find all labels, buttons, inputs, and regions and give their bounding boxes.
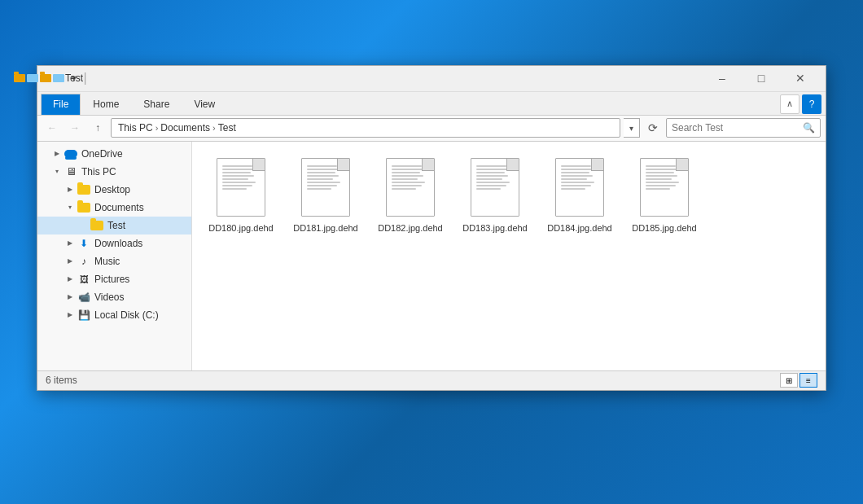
music-icon: ♪ [77, 255, 91, 268]
local-disk-icon: 💾 [77, 309, 91, 322]
view-grid-button[interactable]: ⊞ [780, 373, 798, 388]
sidebar-label-local-disk: Local Disk (C:) [94, 309, 159, 321]
onedrive-icon [64, 147, 78, 160]
tab-view[interactable]: View [182, 94, 227, 115]
sidebar-item-videos[interactable]: ▶ 📹 Videos [37, 288, 191, 306]
file-icon-wrapper-1 [296, 155, 355, 220]
sidebar-label-test: Test [107, 220, 125, 231]
ribbon: File Home Share View ∧ ? [37, 92, 826, 116]
sidebar-label-pictures: Pictures [94, 274, 129, 285]
expand-arrow-desktop: ▶ [64, 183, 77, 196]
ribbon-tabs: File Home Share View ∧ ? [37, 92, 826, 115]
window-title: Test [65, 72, 703, 84]
desktop-folder-icon [77, 183, 91, 196]
title-icon: ▼ | [44, 70, 60, 86]
videos-icon: 📹 [77, 291, 91, 304]
file-item-3[interactable]: DD183.jpg.dehd [454, 150, 536, 238]
file-item-1[interactable]: DD181.jpg.dehd [285, 150, 366, 238]
close-button[interactable]: ✕ [782, 65, 819, 91]
status-bar: 6 items ⊞ ≡ [37, 370, 826, 390]
sidebar-item-local-disk[interactable]: ▶ 💾 Local Disk (C:) [37, 306, 191, 324]
file-name-1: DD181.jpg.dehd [293, 223, 358, 233]
up-button[interactable]: ↑ [88, 118, 107, 138]
view-list-button[interactable]: ≡ [799, 373, 817, 388]
sidebar-item-this-pc[interactable]: ▾ 🖥 This PC [37, 163, 191, 181]
sidebar-label-videos: Videos [94, 291, 124, 303]
main-area: ▶ OneDrive ▾ 🖥 This PC ▶ Desktop [37, 142, 826, 370]
file-name-3: DD183.jpg.dehd [462, 223, 528, 233]
address-path[interactable]: This PC › Documents › Test [111, 118, 620, 138]
documents-folder-icon [77, 201, 91, 214]
expand-arrow-videos: ▶ [64, 291, 77, 304]
sidebar-item-pictures[interactable]: ▶ 🖼 Pictures [37, 270, 191, 288]
path-current: Test [218, 122, 236, 134]
minimize-button[interactable]: – [703, 65, 741, 91]
path-this-pc: This PC [118, 122, 153, 134]
item-count: 6 items [46, 375, 77, 386]
file-icon-wrapper-5 [635, 155, 694, 220]
file-item-4[interactable]: DD184.jpg.dehd [539, 150, 620, 238]
pictures-icon: 🖼 [77, 273, 91, 286]
sidebar-label-documents: Documents [94, 202, 144, 213]
sidebar-item-test[interactable]: Test [37, 217, 191, 234]
downloads-icon: ⬇ [77, 237, 91, 250]
expand-arrow-local-disk: ▶ [64, 309, 77, 322]
this-pc-icon: 🖥 [64, 165, 78, 178]
file-icon-wrapper-3 [466, 155, 524, 220]
sidebar-label-music: Music [94, 256, 120, 267]
refresh-button[interactable]: ⟳ [643, 118, 663, 138]
expand-arrow-test [77, 219, 90, 232]
file-icon-wrapper-4 [550, 155, 609, 220]
help-button[interactable]: ? [802, 94, 821, 114]
file-icon-5 [640, 158, 689, 217]
window-controls: – □ ✕ [703, 65, 819, 91]
expand-arrow-this-pc: ▾ [50, 165, 64, 178]
sidebar-item-downloads[interactable]: ▶ ⬇ Downloads [37, 234, 191, 252]
sidebar-item-onedrive[interactable]: ▶ OneDrive [37, 145, 191, 163]
sidebar-item-music[interactable]: ▶ ♪ Music [37, 252, 191, 270]
sidebar: ▶ OneDrive ▾ 🖥 This PC ▶ Desktop [37, 142, 192, 370]
search-box[interactable]: 🔍 [666, 118, 821, 138]
expand-arrow-onedrive: ▶ [50, 147, 64, 160]
file-name-2: DD182.jpg.dehd [378, 223, 443, 233]
file-item-2[interactable]: DD182.jpg.dehd [370, 150, 451, 238]
file-icon-4 [555, 158, 604, 217]
file-name-4: DD184.jpg.dehd [547, 223, 612, 233]
forward-button[interactable]: → [65, 118, 85, 138]
file-item-5[interactable]: DD185.jpg.dehd [624, 150, 705, 238]
file-icon-3 [471, 158, 519, 217]
file-name-0: DD180.jpg.dehd [208, 223, 274, 233]
ribbon-collapse-button[interactable]: ∧ [780, 94, 799, 114]
search-input[interactable] [672, 122, 799, 134]
tab-share[interactable]: Share [131, 94, 182, 115]
tab-file[interactable]: File [41, 94, 81, 115]
explorer-window: ▼ | Test – □ ✕ File Home Share View ∧ ? … [37, 65, 826, 391]
file-view: DD180.jpg.dehdDD181.jpg.dehdDD182.jpg.de… [192, 142, 826, 370]
sidebar-item-documents[interactable]: ▾ Documents [37, 199, 191, 217]
address-bar: ← → ↑ This PC › Documents › Test ▾ ⟳ 🔍 [37, 116, 826, 142]
file-icon-wrapper-0 [212, 155, 270, 220]
search-icon[interactable]: 🔍 [803, 122, 815, 134]
path-documents: Documents [160, 122, 210, 134]
file-icon-1 [301, 158, 350, 217]
sidebar-label-desktop: Desktop [94, 184, 130, 195]
sidebar-label-onedrive: OneDrive [81, 148, 123, 160]
title-bar: ▼ | Test – □ ✕ [37, 66, 826, 92]
file-icon-wrapper-2 [381, 155, 440, 220]
expand-arrow-pictures: ▶ [64, 273, 77, 286]
test-folder-icon [90, 219, 104, 232]
sidebar-label-this-pc: This PC [81, 166, 116, 177]
view-toggle: ⊞ ≡ [780, 373, 817, 388]
expand-arrow-documents: ▾ [64, 201, 77, 214]
sidebar-item-desktop[interactable]: ▶ Desktop [37, 181, 191, 199]
sidebar-label-downloads: Downloads [94, 238, 142, 249]
back-button[interactable]: ← [42, 118, 62, 138]
address-dropdown-button[interactable]: ▾ [624, 118, 640, 138]
tab-home[interactable]: Home [81, 94, 131, 115]
file-icon-0 [217, 158, 265, 217]
maximize-button[interactable]: □ [743, 65, 780, 91]
expand-arrow-downloads: ▶ [64, 237, 77, 250]
file-icon-2 [386, 158, 435, 217]
expand-arrow-music: ▶ [64, 255, 77, 268]
file-item-0[interactable]: DD180.jpg.dehd [200, 150, 282, 238]
